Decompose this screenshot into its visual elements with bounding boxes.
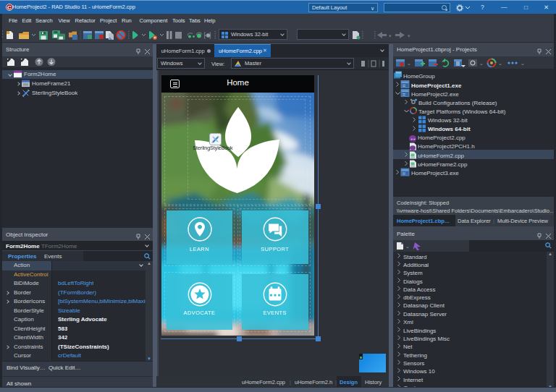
- svg-text:Xml: Xml: [403, 319, 413, 325]
- svg-text:HomeProject2PCH1.h: HomeProject2PCH1.h: [418, 143, 475, 150]
- svg-text:Net: Net: [403, 344, 413, 350]
- svg-text:Sensors: Sensors: [403, 360, 424, 367]
- svg-text:uHomeForm2.cpp: uHomeForm2.cpp: [418, 153, 465, 159]
- svg-text:Internet: Internet: [403, 377, 424, 383]
- svg-text:HomeGroup: HomeGroup: [403, 73, 435, 80]
- svg-text:⌄: ⌄: [498, 61, 502, 66]
- svg-text:LiveBindings: LiveBindings: [403, 328, 436, 334]
- svg-text:Windows 10: Windows 10: [403, 368, 435, 375]
- svg-text:⌄: ⌄: [521, 61, 525, 66]
- svg-text:▾: ▾: [408, 33, 410, 38]
- svg-text:Datasnap Client: Datasnap Client: [403, 302, 445, 309]
- svg-text:HomeProject2.exe: HomeProject2.exe: [411, 91, 459, 98]
- svg-text:▾: ▾: [389, 33, 392, 38]
- svg-text:Windows 32-bit: Windows 32-bit: [428, 117, 468, 124]
- svg-text:Datasnap Server: Datasnap Server: [403, 311, 447, 318]
- svg-text:uHomeFrame2.cpp: uHomeFrame2.cpp: [418, 161, 468, 168]
- svg-text:Windows 64-bit: Windows 64-bit: [428, 126, 471, 132]
- svg-text:Build Configurations (Release): Build Configurations (Release): [418, 100, 497, 106]
- svg-text:dbExpress: dbExpress: [403, 294, 431, 301]
- svg-text:Standard: Standard: [403, 254, 426, 260]
- svg-text:HomeProject1.exe: HomeProject1.exe: [411, 82, 462, 89]
- svg-text:Additional: Additional: [403, 262, 429, 268]
- svg-text:Tethering: Tethering: [403, 352, 427, 359]
- svg-text:Data Access: Data Access: [403, 286, 435, 293]
- svg-text:⌄: ⌄: [407, 61, 411, 66]
- svg-text:HomeProject3.exe: HomeProject3.exe: [411, 170, 459, 176]
- svg-text:⌄: ⌄: [479, 61, 484, 66]
- svg-text:System: System: [403, 270, 423, 276]
- svg-text:LiveBindings Misc: LiveBindings Misc: [403, 336, 450, 342]
- svg-text:Target Platforms (Windows 64-b: Target Platforms (Windows 64-bit): [418, 108, 506, 115]
- svg-text:Dialogs: Dialogs: [403, 278, 423, 285]
- svg-text:⌄: ⌄: [405, 244, 410, 249]
- svg-text:HomeProject2.cpp: HomeProject2.cpp: [418, 135, 466, 141]
